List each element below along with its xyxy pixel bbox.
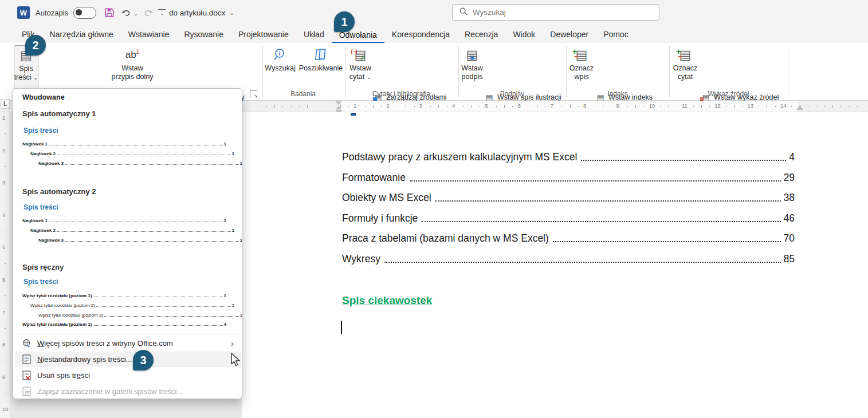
toc-preview-entry: Nagłówek 31 bbox=[22, 236, 242, 243]
toc-preview-entry: Nagłówek 31 bbox=[22, 160, 242, 166]
mark-entry-button[interactable]: ▤ + – Oznaczwpis bbox=[567, 45, 596, 89]
vertical-ruler[interactable]: 12345678910 bbox=[0, 112, 10, 418]
researcher-icon bbox=[313, 45, 328, 64]
toc-preview-entry: Wpisz tytuł rozdziału (poziom 3)3 bbox=[22, 311, 242, 318]
toc-entry[interactable]: Obiekty w MS Excel38 bbox=[342, 189, 795, 204]
menu-item-more-tocs-office[interactable]: Więcej spisów treści z witryny Office.co… bbox=[15, 336, 241, 351]
toc-preview-entry: Wpisz tytuł rozdziału (poziom 1)4 bbox=[22, 321, 226, 327]
toc-preview-entry: Nagłówek 21 bbox=[22, 150, 234, 156]
spis-ciekawostek-link[interactable]: Spis ciekawostek bbox=[342, 294, 432, 307]
footnotes-dialog-launcher[interactable]: ↘ bbox=[250, 90, 257, 98]
autosave-label: Autozapis bbox=[36, 9, 68, 17]
tab-stop-selector[interactable]: L bbox=[1, 99, 10, 109]
tab-projektowanie[interactable]: Projektowanie bbox=[231, 30, 296, 43]
ribbon-tab-bar: Plik Narzędzia główne Wstawianie Rysowan… bbox=[14, 26, 636, 43]
title-bar: W Autozapis ⌄ ⌄ do artykułu.docx ⌄ Wyszu… bbox=[0, 0, 868, 26]
toc-entry[interactable]: Praca z tabelami (bazami danych w MS Exc… bbox=[342, 230, 795, 245]
toc-entry[interactable]: Formatowanie29 bbox=[342, 169, 795, 184]
tab-recenzja[interactable]: Recenzja bbox=[457, 30, 505, 43]
word-app-icon[interactable]: W bbox=[17, 6, 30, 19]
insert-caption-button[interactable]: ▤ ▣ Wstawpodpis bbox=[459, 45, 485, 89]
search-icon bbox=[459, 7, 468, 18]
search-placeholder: Wyszukaj bbox=[473, 8, 506, 17]
doc-title-caret-icon: ⌄ bbox=[229, 9, 234, 17]
word-window: W Autozapis ⌄ ⌄ do artykułu.docx ⌄ Wyszu… bbox=[0, 0, 868, 418]
tab-deweloper[interactable]: Deweloper bbox=[543, 30, 596, 43]
tab-widok[interactable]: Widok bbox=[505, 30, 543, 43]
menu-item-custom-toc[interactable]: Niestandardowy spis treści... bbox=[15, 352, 241, 367]
smart-lookup-button[interactable]: Wyszukaj bbox=[262, 45, 298, 89]
toc-dropdown-menu: Wbudowane Spis automatyczny 1 Spis treśc… bbox=[13, 88, 242, 399]
autosave-toggle[interactable] bbox=[73, 7, 96, 19]
step-badge-3: 3 bbox=[133, 350, 154, 370]
footnote-ab-icon: ab1 bbox=[125, 45, 139, 64]
toc-entry[interactable]: Wykresy85 bbox=[342, 250, 795, 265]
left-indent-marker[interactable] bbox=[336, 110, 341, 112]
toc-preview-entry: Nagłówek 21 bbox=[22, 227, 234, 233]
tab-uklad[interactable]: Układ bbox=[296, 30, 332, 43]
menu-separator bbox=[17, 334, 239, 334]
tab-korespondencja[interactable]: Korespondencja bbox=[384, 30, 457, 43]
undo-button[interactable] bbox=[121, 8, 132, 18]
toggle-knob bbox=[76, 9, 82, 15]
tab-narzedzia-glowne[interactable]: Narzędzia główne bbox=[42, 30, 121, 43]
tab-pomoc[interactable]: Pomoc bbox=[596, 30, 636, 43]
mark-citation-icon: ▤ + – bbox=[680, 45, 692, 64]
step-badge-1: 1 bbox=[334, 11, 355, 32]
toc-caret-icon: ⌄ bbox=[33, 74, 38, 81]
menu-item-remove-toc[interactable]: Usuń spis treści bbox=[15, 368, 241, 383]
globe-icon bbox=[21, 338, 32, 349]
redo-button[interactable] bbox=[143, 8, 154, 18]
remove-toc-icon bbox=[21, 370, 32, 381]
insert-citation-caret-icon: ⌄ bbox=[367, 74, 371, 80]
toc-preview-entry: Nagłówek 11 bbox=[22, 140, 226, 147]
mark-citation-button[interactable]: ▤ + – Oznaczcytat bbox=[670, 45, 700, 89]
dropdown-section-header: Wbudowane bbox=[22, 93, 65, 101]
toc-entry[interactable]: Formuły i funkcje46 bbox=[342, 210, 795, 224]
insert-caption-icon: ▤ ▣ bbox=[466, 45, 478, 64]
toc-preview-entry: Nagłówek 11 bbox=[22, 217, 226, 223]
group-label-cytaty: Cytaty i bibliografia bbox=[345, 90, 457, 98]
tab-rysowanie[interactable]: Rysowanie bbox=[176, 30, 230, 43]
group-label-badania: Badania bbox=[262, 90, 344, 98]
text-cursor bbox=[341, 321, 342, 334]
toc-entry[interactable]: Podstawy pracy z arkuszem kalkulacyjnym … bbox=[342, 148, 795, 163]
document-title[interactable]: do artykułu.docx ⌄ bbox=[169, 9, 235, 17]
toc-preview-entry: Wpisz tytuł rozdziału (poziom 1)1 bbox=[22, 292, 226, 298]
toc-preview-entry: Wpisz tytuł rozdziału (poziom 2)2 bbox=[22, 302, 234, 308]
save-icon[interactable] bbox=[104, 7, 115, 18]
mouse-cursor bbox=[231, 353, 241, 369]
researcher-button[interactable]: Poszukiwanie bbox=[298, 45, 344, 89]
search-input[interactable]: Wyszukaj bbox=[452, 4, 659, 21]
group-label-podpisy: Podpisy bbox=[458, 90, 566, 98]
ribbon-options-icon[interactable]: ⌄ bbox=[158, 9, 166, 16]
insert-citation-button[interactable]: ▤ (–) ✓ Wstaw cytat ⌄ bbox=[347, 45, 374, 89]
step-badge-2: 2 bbox=[25, 35, 46, 56]
insert-footnote-button[interactable]: ab1 Wstawprzypis dolny bbox=[112, 45, 152, 89]
custom-toc-icon bbox=[21, 354, 32, 365]
group-label-wykaz-zrodel: Wykaz źródeł bbox=[669, 90, 788, 98]
menu-item-save-selection-gallery: Zapisz zaznaczenie w galerii spisów treś… bbox=[15, 384, 241, 399]
mark-entry-icon: ▤ + – bbox=[576, 45, 588, 64]
document-page[interactable]: Podstawy pracy z arkuszem kalkulacyjnym … bbox=[242, 112, 868, 418]
group-label-indeks: Indeks bbox=[566, 90, 669, 98]
toc-field-marker bbox=[351, 113, 356, 116]
smart-lookup-icon bbox=[273, 45, 288, 64]
tab-wstawianie[interactable]: Wstawianie bbox=[121, 30, 177, 43]
insert-citation-icon: ▤ (–) ✓ bbox=[355, 45, 367, 64]
save-to-gallery-icon bbox=[21, 387, 32, 397]
submenu-arrow-icon: › bbox=[231, 338, 234, 348]
undo-caret-icon[interactable]: ⌄ bbox=[133, 11, 138, 17]
